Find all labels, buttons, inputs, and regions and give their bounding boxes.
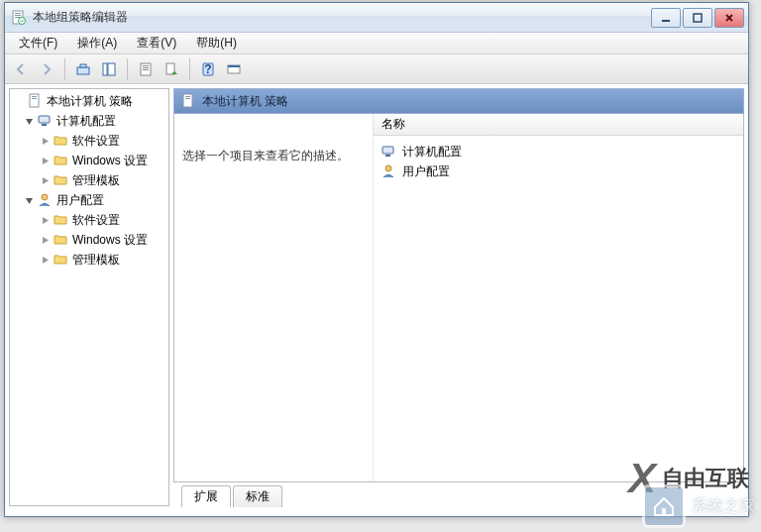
expand-icon[interactable] [40,136,51,147]
list-item-label: 用户配置 [402,163,450,180]
expand-icon[interactable] [40,175,51,186]
svg-rect-8 [80,64,86,67]
tab-label: 扩展 [194,489,218,503]
svg-rect-2 [15,15,21,16]
svg-rect-6 [694,14,702,22]
tree-label: 软件设置 [72,212,120,229]
window-controls [651,8,744,28]
maximize-button[interactable] [683,8,712,28]
list-items: 计算机配置 用户配置 [373,136,743,187]
tree-label: 管理模板 [72,252,120,268]
expand-icon[interactable] [40,215,51,226]
list-item-user-config[interactable]: 用户配置 [373,161,743,181]
svg-rect-26 [183,94,192,107]
menu-action[interactable]: 操作(A) [69,33,125,53]
svg-rect-27 [185,96,190,97]
svg-rect-29 [382,147,393,154]
list-column: 名称 计算机配置 用户配置 [373,114,743,481]
export-button[interactable] [160,57,183,81]
tree-software-settings[interactable]: 软件设置 [10,131,168,151]
collapse-icon[interactable] [24,195,35,206]
tree-admin-templates[interactable]: 管理模板 [10,170,168,190]
column-divider[interactable] [373,138,374,481]
content-area: 本地计算机 策略 计算机配置 软件设置 Windows 设置 管理模板 [5,84,748,510]
expand-icon[interactable] [40,235,51,246]
back-button[interactable] [9,57,33,81]
tree-windows-settings[interactable]: Windows 设置 [10,230,168,250]
svg-rect-12 [143,65,149,66]
tree-admin-templates[interactable]: 管理模板 [10,250,168,269]
view-tabs: 扩展 标准 [173,484,744,506]
svg-rect-19 [228,65,240,67]
column-header-name[interactable]: 名称 [373,114,743,136]
toolbar-separator [189,58,190,80]
properties-button[interactable] [134,57,158,81]
tab-extended[interactable]: 扩展 [181,485,231,507]
computer-icon [37,113,53,129]
user-icon [380,163,396,179]
tab-standard[interactable]: 标准 [233,485,282,507]
svg-rect-20 [30,94,39,107]
svg-text:?: ? [204,62,211,76]
app-icon [11,10,27,26]
policy-icon [180,93,196,109]
folder-icon [53,252,68,267]
tree-user-config[interactable]: 用户配置 [10,190,168,210]
tab-label: 标准 [246,489,270,503]
list-item-computer-config[interactable]: 计算机配置 [373,142,743,161]
description-column: 选择一个项目来查看它的描述。 [174,114,373,481]
description-prompt: 选择一个项目来查看它的描述。 [182,148,365,164]
svg-rect-22 [32,98,37,99]
svg-rect-9 [103,63,107,75]
show-tree-button[interactable] [97,57,121,81]
svg-rect-1 [15,13,21,14]
toolbar: ? [5,54,748,84]
close-button[interactable] [714,8,744,28]
minimize-button[interactable] [651,8,681,28]
expand-icon[interactable] [40,156,51,166]
menu-view[interactable]: 查看(V) [129,33,184,53]
window-title: 本地组策略编辑器 [33,9,651,26]
tree-label: 软件设置 [72,133,120,150]
gpedit-window: 本地组策略编辑器 文件(F) 操作(A) 查看(V) 帮助(H) ? 本地计算 [4,2,749,517]
forward-button[interactable] [35,57,58,81]
svg-point-25 [42,194,48,200]
expand-icon[interactable] [40,255,51,266]
folder-icon [53,153,68,168]
filter-button[interactable] [222,57,246,81]
menu-help[interactable]: 帮助(H) [188,33,245,53]
svg-rect-24 [42,124,47,126]
up-level-button[interactable] [71,57,95,81]
tree-pane[interactable]: 本地计算机 策略 计算机配置 软件设置 Windows 设置 管理模板 [9,88,169,506]
svg-rect-5 [662,20,670,22]
toolbar-separator [127,58,128,80]
svg-point-31 [385,165,391,171]
tree-root[interactable]: 本地计算机 策略 [10,91,168,111]
details-header: 本地计算机 策略 [173,88,744,114]
svg-rect-10 [108,63,115,75]
list-item-label: 计算机配置 [402,144,462,160]
tree-windows-settings[interactable]: Windows 设置 [10,151,168,170]
computer-icon [380,144,396,160]
folder-icon [53,133,68,149]
tree-label: 计算机配置 [56,113,116,130]
tree-label: Windows 设置 [72,153,148,169]
menubar: 文件(F) 操作(A) 查看(V) 帮助(H) [5,33,748,54]
folder-icon [53,212,68,228]
tree-label: 用户配置 [56,192,104,209]
svg-rect-30 [385,155,390,157]
tree-software-settings[interactable]: 软件设置 [10,210,168,230]
details-body: 选择一个项目来查看它的描述。 名称 计算机配置 用户配置 [173,114,744,482]
tree-label: 本地计算机 策略 [47,93,133,110]
tree-label: Windows 设置 [72,232,148,249]
svg-rect-23 [39,116,50,123]
collapse-icon[interactable] [24,116,35,127]
svg-rect-13 [143,67,149,68]
column-header-label: 名称 [381,116,405,133]
menu-file[interactable]: 文件(F) [11,33,65,53]
toolbar-separator [64,58,65,80]
help-button[interactable]: ? [196,57,220,81]
tree-computer-config[interactable]: 计算机配置 [10,111,168,131]
folder-icon [53,172,68,188]
folder-icon [53,232,68,248]
